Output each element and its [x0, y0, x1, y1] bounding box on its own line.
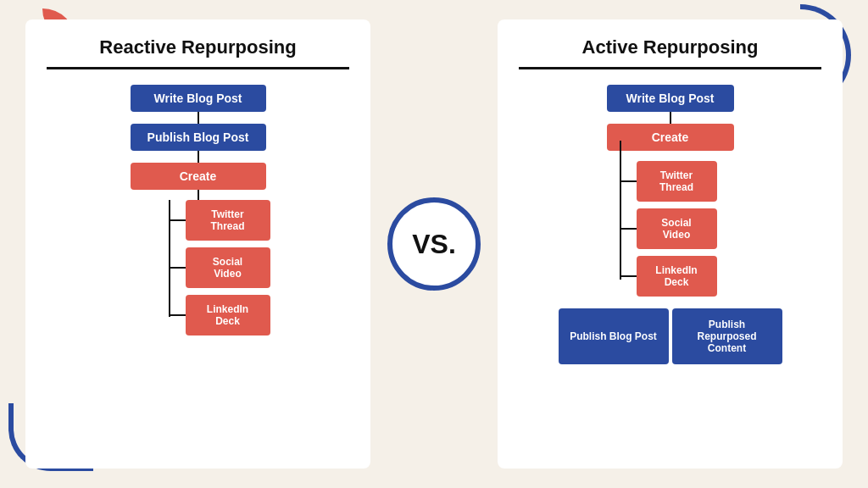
reactive-social-video: SocialVideo	[186, 247, 270, 288]
active-publish-repurposed: Publish Repurposed Content	[672, 308, 782, 364]
tree-branches-left: TwitterThread SocialVideo LinkedInDeck	[126, 200, 270, 342]
right-stem	[620, 141, 621, 151]
active-linkedin: LinkedInDeck	[637, 256, 717, 297]
active-title: Active Repurposing	[582, 36, 759, 58]
connector-1	[198, 112, 199, 124]
active-bottom-row: Publish Blog Post Publish Repurposed Con…	[519, 308, 821, 364]
right-branch-1: TwitterThread	[620, 161, 764, 202]
active-publish-blog: Publish Blog Post	[559, 308, 669, 364]
active-panel: Active Repurposing Write Blog Post Creat…	[498, 19, 843, 469]
right-h-3	[620, 275, 637, 277]
right-v-line	[620, 151, 621, 280]
reactive-tree: TwitterThread SocialVideo LinkedInDeck	[114, 190, 283, 342]
active-tree: TwitterThread SocialVideo LinkedInDeck	[577, 151, 764, 303]
vs-text: VS.	[412, 229, 456, 260]
h-line-3	[169, 314, 186, 316]
active-twitter: TwitterThread	[637, 161, 717, 202]
active-write-blog: Write Blog Post	[607, 85, 734, 112]
reactive-divider	[47, 67, 349, 69]
h-line-1	[169, 219, 186, 221]
vs-circle: VS.	[387, 197, 481, 291]
reactive-write-blog: Write Blog Post	[131, 85, 266, 112]
right-h-1	[620, 180, 637, 182]
active-create: Create	[607, 124, 734, 151]
reactive-title: Reactive Repurposing	[99, 36, 296, 58]
right-connector-1	[670, 112, 671, 124]
active-divider	[519, 67, 821, 69]
connector-2	[198, 151, 199, 163]
reactive-linkedin: LinkedInDeck	[186, 295, 270, 336]
reactive-publish-blog: Publish Blog Post	[131, 124, 266, 151]
h-line-2	[169, 267, 186, 269]
reactive-flow: Write Blog Post Publish Blog Post Create…	[47, 85, 349, 342]
branch-row-3: LinkedInDeck	[169, 295, 270, 336]
branch-row-2: SocialVideo	[169, 247, 270, 288]
main-container: Reactive Repurposing Write Blog Post Pub…	[0, 0, 868, 488]
reactive-panel: Reactive Repurposing Write Blog Post Pub…	[25, 19, 370, 469]
right-branch-3: LinkedInDeck	[620, 256, 764, 297]
active-social-video: SocialVideo	[637, 208, 717, 249]
right-branch-2: SocialVideo	[620, 208, 764, 249]
tree-stem	[198, 190, 199, 200]
active-flow: Write Blog Post Create TwitterThread Soc…	[519, 85, 821, 364]
reactive-twitter: TwitterThread	[186, 200, 270, 241]
vs-container: VS.	[387, 197, 481, 291]
left-v-line	[169, 200, 170, 317]
reactive-create: Create	[131, 163, 266, 190]
right-h-2	[620, 228, 637, 230]
branch-row-1: TwitterThread	[169, 200, 270, 241]
